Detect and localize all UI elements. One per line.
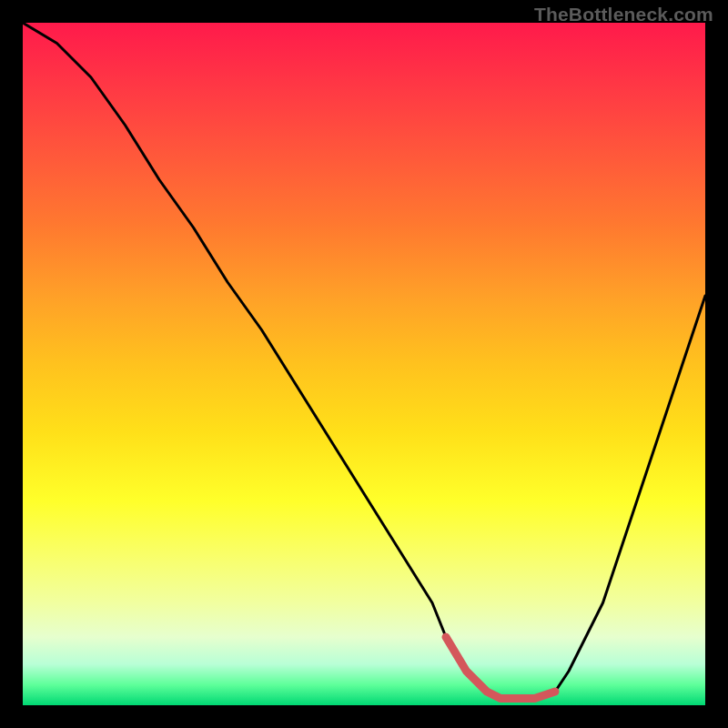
gradient-plot [23,23,705,705]
curve-canvas [23,23,705,705]
chart-root: TheBottleneck.com [0,0,728,728]
